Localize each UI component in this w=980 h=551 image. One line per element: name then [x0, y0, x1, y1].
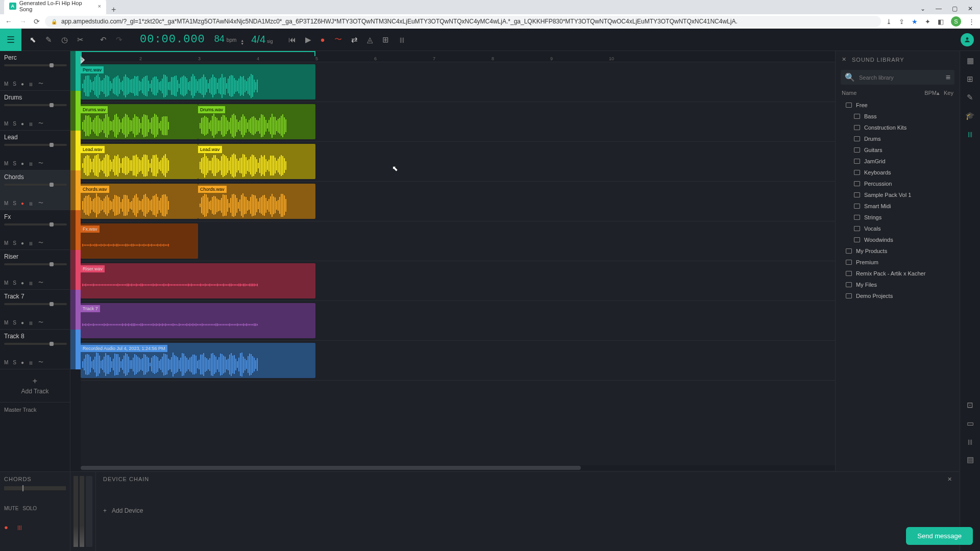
- pencil-tool-icon[interactable]: ✎: [45, 35, 52, 44]
- automation-track-icon[interactable]: 〜: [38, 199, 43, 207]
- library-folder[interactable]: Keyboards: [836, 167, 960, 178]
- library-folder[interactable]: Construction Kits: [836, 122, 960, 133]
- solo-button[interactable]: S: [13, 161, 16, 166]
- volume-slider[interactable]: [4, 144, 67, 146]
- solo-button[interactable]: S: [13, 320, 16, 325]
- track-header[interactable]: Drums M S ● ⫼ 〜: [0, 91, 70, 131]
- pointer-tool-icon[interactable]: ⬉: [30, 35, 36, 44]
- timeline-ruler[interactable]: 12345678910: [81, 51, 835, 62]
- pen-right-icon[interactable]: ✎: [967, 93, 973, 102]
- automation-track-icon[interactable]: 〜: [38, 160, 43, 167]
- arm-record-icon[interactable]: ●: [21, 280, 24, 286]
- library-folder[interactable]: Strings: [836, 212, 960, 223]
- library-folder[interactable]: Free: [836, 99, 960, 111]
- menu-dots-icon[interactable]: ⋮: [968, 18, 975, 26]
- grid-icon[interactable]: ⊞: [967, 74, 973, 84]
- track-lane[interactable]: Fx.wav: [81, 221, 835, 261]
- arm-record-icon[interactable]: ●: [21, 240, 24, 246]
- volume-slider[interactable]: [4, 64, 67, 66]
- midi-icon[interactable]: ⫼: [29, 201, 34, 206]
- new-tab-button[interactable]: +: [106, 5, 121, 14]
- track-header[interactable]: Lead M S ● ⫼ 〜: [0, 131, 70, 170]
- arm-record-icon[interactable]: ●: [21, 360, 24, 365]
- reload-icon[interactable]: ⟳: [34, 17, 40, 26]
- dc-midi-icon[interactable]: ⫼: [16, 523, 23, 531]
- audio-clip[interactable]: Chords.wav: [198, 184, 315, 219]
- address-bar[interactable]: 🔒 app.ampedstudio.com/?_gl=1*zkt20c*_ga*…: [45, 16, 881, 27]
- minimize-icon[interactable]: —: [936, 5, 942, 12]
- redo-icon[interactable]: ↷: [116, 35, 122, 44]
- automation-track-icon[interactable]: 〜: [38, 359, 43, 366]
- cut-tool-icon[interactable]: ✂: [77, 35, 84, 44]
- library-folder[interactable]: Bass: [836, 111, 960, 122]
- loop-region[interactable]: [81, 51, 315, 56]
- search-input[interactable]: [859, 74, 942, 81]
- view2-icon[interactable]: ▤: [967, 455, 974, 464]
- automation-track-icon[interactable]: 〜: [38, 239, 43, 246]
- track-header[interactable]: Perc M S ● ⫼ 〜: [0, 51, 70, 91]
- back-icon[interactable]: ←: [5, 17, 12, 26]
- mute-button[interactable]: MUTE: [4, 506, 18, 511]
- settings-icon[interactable]: ⊡: [967, 400, 973, 410]
- track-lane[interactable]: Chords.wavChords.wav: [81, 182, 835, 221]
- audio-clip[interactable]: Track 7: [81, 303, 315, 338]
- arm-record-icon[interactable]: ●: [21, 121, 24, 127]
- mute-button[interactable]: M: [4, 360, 8, 365]
- midi-icon[interactable]: ⫼: [29, 280, 34, 286]
- audio-clip[interactable]: Drums.wav: [81, 104, 198, 139]
- track-header[interactable]: Track 8 M S ● ⫼ 〜: [0, 330, 70, 369]
- mute-button[interactable]: M: [4, 320, 8, 325]
- maximize-icon[interactable]: ▢: [952, 5, 958, 12]
- col-name[interactable]: Name: [842, 90, 924, 96]
- quantize-icon[interactable]: ⊞: [382, 35, 389, 44]
- midi-icon[interactable]: ⫼: [29, 360, 34, 365]
- solo-button[interactable]: SOLO: [22, 506, 37, 511]
- audio-clip[interactable]: Perc.wav: [81, 64, 315, 99]
- volume-slider[interactable]: [4, 303, 67, 305]
- dropdown-icon[interactable]: ⌄: [920, 5, 925, 12]
- add-track-button[interactable]: +Add Track: [0, 369, 70, 402]
- time-display[interactable]: 00:00.000: [131, 33, 214, 46]
- library-folder[interactable]: Woodwinds: [836, 234, 960, 245]
- col-key[interactable]: Key: [944, 90, 953, 96]
- library-folder[interactable]: Drums: [836, 133, 960, 144]
- master-track[interactable]: Master Track: [0, 402, 70, 417]
- mute-button[interactable]: M: [4, 161, 8, 166]
- volume-slider[interactable]: [4, 184, 67, 186]
- audio-clip[interactable]: Recorded Audio Jul 4, 2023, 1:24:56 PM: [81, 343, 315, 378]
- solo-button[interactable]: S: [13, 81, 16, 87]
- piano-icon[interactable]: ⫼: [966, 437, 974, 446]
- automation-track-icon[interactable]: 〜: [38, 120, 43, 127]
- dc-record-icon[interactable]: ●: [4, 523, 8, 531]
- mute-button[interactable]: M: [4, 240, 8, 246]
- audio-clip[interactable]: Lead.wav: [198, 144, 315, 179]
- track-lane[interactable]: Perc.wav: [81, 62, 835, 102]
- time-signature[interactable]: 4/4 sig: [244, 34, 280, 45]
- mute-button[interactable]: M: [4, 121, 8, 127]
- library-folder[interactable]: Vocals: [836, 223, 960, 234]
- send-message-button[interactable]: Send message: [906, 527, 973, 545]
- track-lane[interactable]: Track 7: [81, 301, 835, 341]
- mixer-icon[interactable]: ⫼: [398, 35, 406, 44]
- track-lane[interactable]: Lead.wavLead.wav: [81, 142, 835, 182]
- automation-track-icon[interactable]: 〜: [38, 319, 43, 326]
- track-header[interactable]: Riser M S ● ⫼ 〜: [0, 250, 70, 290]
- automation-track-icon[interactable]: 〜: [38, 279, 43, 286]
- midi-icon[interactable]: ⫼: [29, 81, 34, 87]
- automation-track-icon[interactable]: 〜: [38, 80, 43, 87]
- bpm-display[interactable]: 84 bpm ▲▼: [214, 34, 244, 45]
- audio-clip[interactable]: Chords.wav: [81, 184, 198, 219]
- record-icon[interactable]: ●: [321, 35, 325, 44]
- bookmark-icon[interactable]: ★: [912, 18, 918, 26]
- midi-icon[interactable]: ⫼: [29, 320, 34, 325]
- track-header[interactable]: Chords M S ● ⫼ 〜: [0, 170, 70, 210]
- tab-close-icon[interactable]: ×: [98, 3, 101, 9]
- track-header[interactable]: Fx M S ● ⫼ 〜: [0, 210, 70, 250]
- automation-icon[interactable]: 〜: [334, 35, 342, 44]
- audio-clip[interactable]: Drums.wav: [198, 104, 315, 139]
- install-icon[interactable]: ⤓: [886, 18, 892, 26]
- close-device-chain-icon[interactable]: ✕: [947, 476, 952, 483]
- track-lane[interactable]: Recorded Audio Jul 4, 2023, 1:24:56 PM: [81, 341, 835, 381]
- volume-slider[interactable]: [4, 263, 67, 265]
- library-folder[interactable]: Sample Pack Vol 1: [836, 189, 960, 201]
